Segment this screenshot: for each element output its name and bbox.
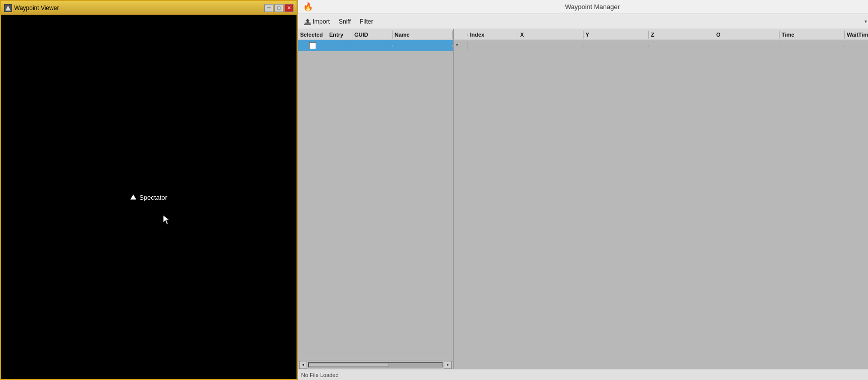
svg-marker-2 [163,215,169,224]
wth-x: X [518,31,584,39]
spectator-label: Spectator [130,193,167,201]
waypoint-cell-o [714,45,780,47]
close-button[interactable]: ✕ [284,4,294,12]
wth-y: Y [584,31,649,39]
wth-time: Time [780,31,845,39]
scroll-thumb[interactable] [309,363,389,367]
filter-label: Filter [360,18,373,25]
waypoint-cell-time [780,45,845,47]
scroll-left-button[interactable]: ◂ [299,361,307,369]
sniff-button[interactable]: Sniff [336,17,354,26]
viewer-canvas: Spectator [1,15,297,379]
creature-table-body [298,40,453,360]
spectator-arrow-icon [130,195,136,200]
restore-button[interactable]: □ [274,4,283,12]
waypoint-cell-y [584,45,649,47]
spectator-text: Spectator [139,193,167,201]
creature-table-header: Selected Entry GUID Name [298,29,453,40]
wth-waittime: WaitTime [845,31,868,39]
svg-marker-4 [306,19,310,23]
svg-rect-3 [305,23,311,24]
import-label: Import [313,18,330,25]
creature-row[interactable] [298,40,453,51]
sniff-label: Sniff [339,18,351,25]
waypoint-row[interactable]: * [454,40,868,51]
horizontal-scrollbar[interactable]: ◂ ▸ [298,360,453,369]
waypoint-table-body: * [454,40,868,369]
waypoint-table-header: Index X Y Z O Time WaitTime [454,29,868,40]
minimize-button[interactable]: ─ [264,4,273,12]
wth-z: Z [649,31,714,39]
scroll-right-button[interactable]: ▸ [444,361,452,369]
viewer-app-icon [4,4,12,12]
main-content-area: Selected Entry GUID Name ◂ [298,29,868,369]
wth-index: Index [468,31,518,39]
viewer-title: Waypoint Viewer [14,5,59,12]
col-header-entry: Entry [327,31,352,39]
waypoint-viewer-window: Waypoint Viewer ─ □ ✕ Spectator [0,0,298,380]
import-button[interactable]: Import [301,17,333,26]
status-bar: No File Loaded [298,369,868,380]
viewer-window-controls: ─ □ ✕ [264,4,294,12]
titlebar-left: Waypoint Viewer [4,4,59,12]
manager-toolbar: Import Sniff Filter ▾ [298,14,868,29]
creature-cell-entry [327,45,352,47]
import-icon [304,18,311,25]
waypoint-table-panel: Index X Y Z O Time WaitTime * [454,29,868,369]
creature-cell-guid [352,45,393,47]
cursor-indicator [163,215,169,224]
manager-app-icon: 🔥 [303,2,313,12]
manager-titlebar: 🔥 Waypoint Manager [298,0,868,14]
waypoint-cell-index [468,45,518,47]
col-header-guid: GUID [352,31,393,39]
wth-o: O [714,31,780,39]
scroll-track[interactable] [308,362,443,367]
status-text: No File Loaded [301,372,339,378]
waypoint-cell-waittime [845,45,868,47]
col-header-name: Name [393,31,453,39]
selected-checkbox[interactable] [309,42,316,49]
manager-title: Waypoint Manager [316,3,868,11]
waypoint-manager-window: 🔥 Waypoint Manager Import Sniff Filter ▾… [298,0,868,380]
creature-cell-selected [298,41,327,50]
flame-icon: 🔥 [303,2,313,12]
dropdown-arrow[interactable]: ▾ [860,17,868,27]
col-header-selected: Selected [298,31,327,39]
wth-marker [454,34,468,36]
viewer-titlebar: Waypoint Viewer ─ □ ✕ [1,1,297,15]
filter-button[interactable]: Filter [357,17,376,26]
waypoint-cell-x [518,45,584,47]
waypoint-cell-z [649,45,714,47]
creature-cell-name [393,45,453,47]
creature-list-panel: Selected Entry GUID Name ◂ [298,29,454,369]
waypoint-cell-marker: * [454,42,468,50]
